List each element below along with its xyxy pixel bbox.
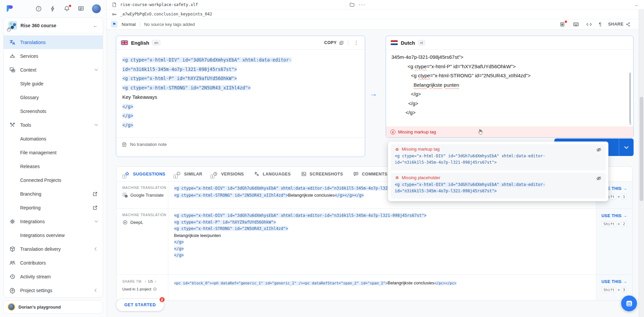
translation-note-text: No translation note [130,142,167,147]
sidebar-item-integrations[interactable]: Integrations [4,214,103,228]
source-to-target-arrow-icon: → [370,89,377,98]
tab-suggestions[interactable]: 7 SUGGESTIONS [119,167,170,181]
confirm-dropdown-button[interactable] [619,138,634,156]
tab-label: VERSIONS [221,172,244,176]
chat-icon[interactable] [78,5,84,12]
sidebar-item-branching[interactable]: Branching [4,187,103,201]
kebab-menu-icon[interactable]: ⋮ [352,40,360,46]
sidebar-item-label: Activity stream [20,274,51,279]
chat-widget-button[interactable] [621,295,637,311]
sidebar-item-translations[interactable]: Translations [4,35,103,49]
sidebar-item-label: Releases [20,164,40,169]
sidebar-item-screenshots[interactable]: Screenshots [4,104,103,118]
open-file-name[interactable]: rise-course-workplace-safety.xlf [120,2,198,7]
get-started-button[interactable]: GET STARTED 2 [116,299,164,311]
use-this-button[interactable]: USE THIS → [596,213,632,218]
project-avatar [8,21,17,30]
copy-source-button[interactable]: COPY [324,40,344,45]
labels-icon[interactable] [560,21,566,28]
sidebar-item-style-guide[interactable]: Style guide [4,77,103,90]
resize-handle[interactable] [628,122,632,125]
suggestion-category: SHARE TM [122,280,141,283]
source-content-text: Key Takeaways [122,94,157,100]
sidebar-collapse-icon[interactable]: ← [93,23,98,28]
use-this-button[interactable]: USE THIS → [596,279,632,284]
sidebar-item-glossary[interactable]: Glossary [4,90,103,104]
tm-pagination: ‹ 1/5 › [145,279,156,284]
workspace-switcher[interactable]: Dorian's playground [3,300,103,314]
sidebar-item-automations[interactable]: Automations [4,132,103,146]
qa-error-banner[interactable]: 2 Missing markup tag [386,126,633,137]
suggestion-code: </g></g></g> [335,193,364,198]
info-icon[interactable] [153,287,157,291]
qa-issue-title: Missing markup tag [402,147,440,152]
tab-screenshots[interactable]: SCREENSHOTS [296,167,348,181]
sidebar-item-integrations-overview[interactable]: Integrations overview [4,228,103,242]
suggestion-provider: DeepL [130,220,143,225]
keyboard-icon[interactable] [573,21,579,28]
chevron-down-icon [624,145,629,149]
lightning-icon[interactable] [49,5,56,12]
status-flag-icon[interactable]: ⚑ [111,21,118,28]
sidebar-item-activity-stream[interactable]: Activity stream [4,270,103,283]
sidebar-item-releases[interactable]: Releases [4,159,103,173]
sidebar-item-context[interactable]: Context [4,63,103,77]
pagination-next-icon[interactable]: › [155,279,156,284]
sidebar-item-reporting[interactable]: Reporting [4,201,103,214]
sidebar-item-label: Style guide [20,81,43,86]
page-scrollbar[interactable] [639,9,644,317]
tab-languages[interactable]: LANGUAGES [249,167,296,181]
sidebar-item-contributors[interactable]: Contributors [4,256,103,270]
sidebar-item-file-management[interactable]: File management [4,146,103,159]
sidebar-item-label: Branching [20,191,41,197]
back-arrow-icon[interactable]: ← [635,2,639,7]
suggestion-row-deepl[interactable]: MACHINE TRANSLATION DeepL <g ctype="x-ht… [117,209,632,275]
target-panel-header: Dutch nl [386,36,633,50]
source-language-name: English [131,40,149,46]
sidebar-item-services[interactable]: Services [4,49,103,63]
project-switcher[interactable]: Rise 360 course ← [4,18,103,33]
notifications-bell-icon[interactable] [63,5,70,12]
source-language-code: en [152,40,160,45]
suggestion-row-sharetm[interactable]: SHARE TM ‹ 1/5 › Used in 1 project <pc i… [117,275,632,301]
tab-comments[interactable]: COMMENTS [348,167,392,181]
source-tag: id="n3i6k1l5-345m-4o7p-l321-098j45rs67st… [122,67,237,72]
share-button[interactable]: SHARE [608,22,631,27]
source-tag: </g> [122,104,133,109]
similar-icon: 1 [175,171,181,177]
translation-key-id[interactable]: _a7wEyPbPqEvO.conclusion_keypoints_042 [120,12,212,16]
hide-issue-icon[interactable] [596,175,602,181]
page-scrollbar-thumb[interactable] [640,97,643,201]
pagination-prev-icon[interactable]: ‹ [145,279,146,284]
nl-flag-icon [391,40,398,45]
context-frames-icon [9,67,16,73]
pagination-counter: 1/5 [148,279,153,283]
tab-versions[interactable]: 2 VERSIONS [207,167,249,181]
suggestion-code: </g> [174,246,184,251]
editor-scrollbar[interactable] [629,73,631,123]
sidebar-item-project-settings[interactable]: Project settings [4,283,103,297]
source-tag: </g> [122,122,133,128]
uk-flag-icon [121,40,128,45]
code-view-icon[interactable] [586,21,592,28]
tab-similar[interactable]: 1 SIMILAR [170,167,207,181]
translation-note-bar: No translation note [116,137,365,157]
user-avatar[interactable] [92,4,101,13]
sidebar-item-translation-delivery[interactable]: Translation delivery [4,242,103,256]
sidebar-item-tools[interactable]: Tools [4,118,103,132]
sidebar-item-connected-projects[interactable]: Connected Projects [4,173,103,187]
pilcrow-icon[interactable]: ¶ [599,22,602,27]
history-clock-icon [9,273,16,280]
hide-issue-icon[interactable] [596,147,602,153]
help-icon[interactable]: ? [35,5,42,12]
source-tags-note: No source key tags added [144,22,195,27]
target-editor[interactable]: 345m-4o7p-l321-098j45rs67st"> <g ctype="… [386,50,633,127]
qa-issue-title: Missing placeholder [402,175,440,180]
chevron-left-icon [95,289,98,292]
phrase-logo[interactable] [5,4,14,13]
secondary-tab-label[interactable]: --- [358,2,366,7]
chevron-down-icon [95,68,98,71]
sidebar: ? Rise 360 course ← Translations [0,0,107,317]
folder-icon [349,2,355,7]
languages-icon [254,171,260,177]
